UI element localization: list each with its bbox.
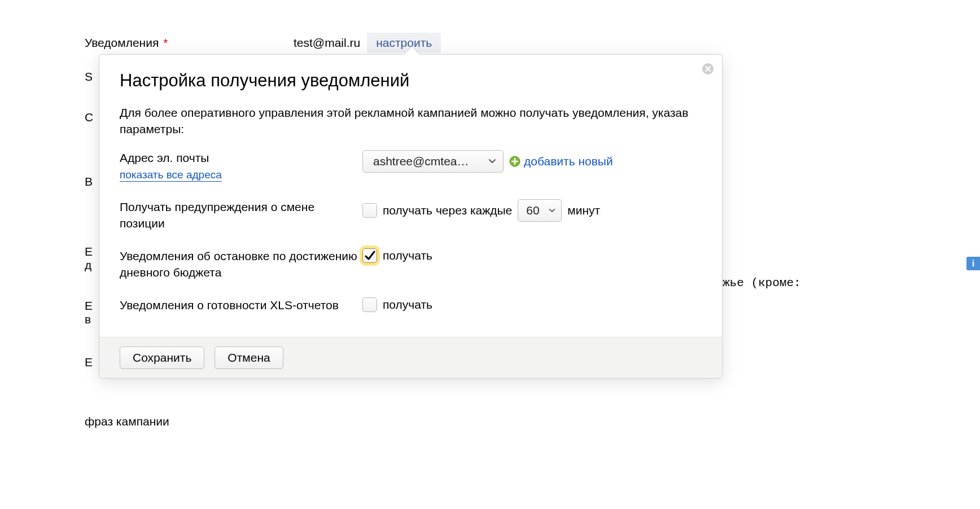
position-checkbox[interactable]	[362, 203, 377, 218]
popup-footer: Сохранить Отмена	[99, 337, 722, 378]
notifications-email: test@mail.ru	[294, 36, 360, 50]
position-warning-row: Получать предупреждения о смене позиции …	[120, 199, 702, 231]
interval-value: 60	[526, 204, 539, 217]
interval-select[interactable]: 60	[518, 199, 562, 222]
position-label: Получать предупреждения о смене позиции	[120, 199, 362, 231]
close-icon	[702, 63, 714, 75]
position-checkbox-label: получать через каждые	[383, 204, 512, 217]
show-all-addresses-link[interactable]: показать все адреса	[120, 169, 222, 182]
configure-button[interactable]: настроить	[367, 33, 441, 53]
add-new-email-link[interactable]: добавить новый	[509, 155, 613, 168]
email-label-col: Адрес эл. почты показать все адреса	[120, 150, 362, 183]
plus-icon	[509, 156, 520, 167]
xls-controls: получать	[362, 297, 432, 312]
cancel-button[interactable]: Отмена	[215, 346, 283, 369]
budget-checkbox-label: получать	[383, 249, 432, 262]
email-label: Адрес эл. почты	[120, 150, 362, 166]
add-new-label: добавить новый	[524, 155, 613, 168]
notifications-row: Уведомления * test@mail.ru настроить	[85, 28, 875, 58]
notifications-label: Уведомления *	[85, 36, 294, 50]
budget-checkbox[interactable]	[362, 248, 377, 263]
email-controls: ashtree@cmtea… добавить новый	[362, 150, 613, 173]
budget-label: Уведомления об остановке по достижению д…	[120, 248, 362, 280]
bg-phrase-text: фраз кампании	[85, 415, 169, 428]
position-controls: получать через каждые 60 минут	[362, 199, 600, 222]
xls-label: Уведомления о готовности XLS-отчетов	[120, 297, 362, 313]
xls-reports-row: Уведомления о готовности XLS-отчетов пол…	[120, 297, 702, 313]
interval-unit: минут	[567, 204, 600, 217]
info-tab[interactable]: i	[966, 257, 980, 270]
popup-title: Настройка получения уведомлений	[120, 71, 702, 91]
email-row: Адрес эл. почты показать все адреса asht…	[120, 150, 702, 183]
popup-body: Настройка получения уведомлений Для боле…	[99, 55, 722, 337]
notifications-label-text: Уведомления	[85, 36, 159, 49]
chevron-down-icon	[549, 208, 555, 213]
notification-settings-popup: Настройка получения уведомлений Для боле…	[99, 54, 723, 379]
save-button[interactable]: Сохранить	[120, 346, 204, 369]
chevron-down-icon	[488, 159, 496, 164]
budget-stop-row: Уведомления об остановке по достижению д…	[120, 248, 702, 280]
xls-checkbox[interactable]	[362, 297, 377, 312]
required-star: *	[163, 36, 168, 49]
xls-checkbox-label: получать	[383, 298, 432, 311]
popup-description: Для более оперативного управления этой р…	[120, 104, 702, 138]
close-button[interactable]	[702, 63, 714, 75]
info-icon: i	[972, 258, 974, 269]
budget-controls: получать	[362, 248, 432, 263]
email-select[interactable]: ashtree@cmtea…	[362, 150, 504, 173]
email-select-value: ashtree@cmtea…	[373, 155, 469, 168]
bg-tail-text: жье (кроме:	[723, 277, 801, 289]
